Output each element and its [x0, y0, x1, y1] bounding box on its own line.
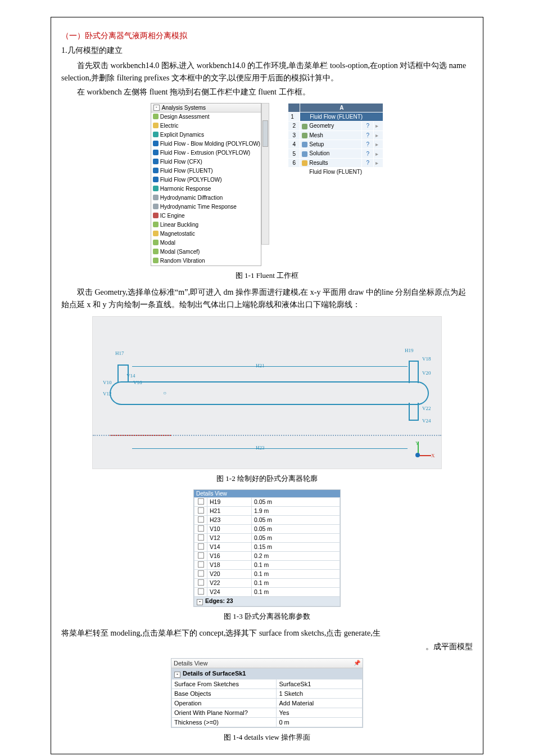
- details2-row[interactable]: Thickness (>=0)0 m: [172, 717, 363, 727]
- y-axis-icon: Y: [415, 440, 419, 446]
- toolbox-item[interactable]: IC Engine: [151, 212, 261, 220]
- details-row[interactable]: H230.05 m: [194, 515, 340, 524]
- details-header: Details View: [194, 490, 340, 497]
- figure-1-1: - Analysis Systems Design AssessmentElec…: [61, 103, 473, 266]
- schematic-row[interactable]: 2Geometry?▸: [288, 122, 383, 130]
- scroll-thumb[interactable]: [263, 120, 268, 147]
- toolbox-item[interactable]: Explicit Dynamics: [151, 130, 261, 140]
- schematic-row[interactable]: 4Setup?▸: [288, 140, 383, 148]
- checkbox-icon[interactable]: [198, 534, 204, 541]
- details-row[interactable]: V180.1 m: [194, 560, 340, 569]
- details2-row[interactable]: Orient With Plane Normal?Yes: [172, 708, 363, 717]
- dim-h23: H23: [256, 445, 265, 451]
- checkbox-icon[interactable]: [198, 579, 204, 586]
- toolbox-item[interactable]: Fluid Flow - Extrusion (POLYFLOW): [151, 148, 261, 158]
- pin-icon[interactable]: 📌: [354, 660, 360, 666]
- figure-1-4: 📌 Details View -Details of SurfaceSk1 Su…: [61, 658, 473, 728]
- app-icon: [153, 141, 159, 146]
- app-icon: [153, 186, 159, 191]
- paragraph-4a: 将菜单栏转至 modeling,点击菜单栏下的 concept,选择其下 sur…: [61, 627, 473, 640]
- schematic-row[interactable]: 5Solution?▸: [288, 149, 383, 158]
- checkbox-icon[interactable]: [198, 516, 204, 523]
- dim-v12: V12: [103, 391, 112, 397]
- details-row[interactable]: V100.05 m: [194, 524, 340, 533]
- toolbox-header[interactable]: - Analysis Systems: [151, 104, 261, 112]
- schematic-col: A: [300, 104, 383, 112]
- figure-1-2: ○ H17 V10 V12 V14 V16 H21 H23 V18 V20 V2…: [61, 316, 473, 469]
- toolbox-item[interactable]: Fluid Flow (FLUENT): [151, 166, 261, 176]
- toolbox-item[interactable]: Linear Buckling: [151, 220, 261, 230]
- details-row[interactable]: H190.05 m: [194, 497, 340, 506]
- dim-v24: V24: [422, 418, 431, 424]
- toolbox-item[interactable]: Design Assessment: [151, 112, 261, 122]
- checkbox-icon[interactable]: [198, 561, 204, 568]
- toolbox-item[interactable]: Hydrodynamic Diffraction: [151, 194, 261, 202]
- details-group[interactable]: Edges: 23: [205, 597, 233, 604]
- collapse-icon[interactable]: -: [153, 105, 160, 111]
- schematic-table: A 1Fluid Flow (FLUENT) 2Geometry?▸3Mesh?…: [288, 103, 383, 168]
- section-title: （一）卧式分离器气液两相分离模拟: [61, 30, 473, 42]
- checkbox-icon[interactable]: [198, 588, 204, 595]
- app-icon: [153, 132, 159, 137]
- dim-h17: H17: [115, 350, 124, 356]
- app-icon: [153, 159, 159, 164]
- checkbox-icon[interactable]: [198, 507, 204, 514]
- details-row[interactable]: V160.2 m: [194, 551, 340, 560]
- details2-row[interactable]: Surface From SketchesSurfaceSk1: [172, 679, 363, 688]
- details-row[interactable]: V140.15 m: [194, 542, 340, 551]
- toolbox-header-label: Analysis Systems: [162, 105, 206, 111]
- dim-v20: V20: [422, 370, 431, 376]
- toolbox-item[interactable]: Fluid Flow (POLYFLOW): [151, 176, 261, 184]
- checkbox-icon[interactable]: [198, 498, 204, 505]
- checkbox-icon[interactable]: [198, 543, 204, 550]
- schematic-row[interactable]: 6Results?▸: [288, 159, 383, 167]
- coord-triad: Y X: [414, 442, 438, 465]
- toolbox-item[interactable]: Fluid Flow - Blow Molding (POLYFLOW): [151, 140, 261, 148]
- app-icon: [153, 231, 159, 236]
- dim-v10: V10: [103, 380, 112, 385]
- dim-v22: V22: [422, 406, 431, 411]
- toolbox-panel: - Analysis Systems Design AssessmentElec…: [151, 103, 261, 266]
- app-icon: [153, 204, 159, 209]
- details2-row[interactable]: OperationAdd Material: [172, 698, 363, 708]
- scrollbar[interactable]: [261, 103, 269, 245]
- details-view-1: Details View H190.05 mH211.9 mH230.05 mV…: [193, 489, 341, 607]
- details2-row[interactable]: Base Objects1 Sketch: [172, 688, 363, 698]
- app-icon: [153, 114, 159, 119]
- app-icon: [153, 168, 159, 173]
- schematic-title: Fluid Flow (FLUENT): [310, 114, 363, 120]
- toolbox-item[interactable]: Magnetostatic: [151, 230, 261, 238]
- checkbox-icon[interactable]: [198, 570, 204, 577]
- toolbox-item[interactable]: Modal: [151, 238, 261, 248]
- app-icon: [153, 240, 159, 245]
- toolbox-item[interactable]: Electric: [151, 122, 261, 130]
- details2-header: Details View: [171, 659, 363, 668]
- details-row[interactable]: V220.1 m: [194, 578, 340, 587]
- app-icon: [153, 213, 159, 218]
- details-row[interactable]: V120.05 m: [194, 533, 340, 542]
- paragraph-4b: 。成平面模型: [61, 641, 473, 653]
- caption-1-1: 图 1-1 Fluent 工作框: [61, 271, 473, 281]
- checkbox-icon[interactable]: [198, 525, 204, 532]
- schematic-footer: Fluid Flow (FLUENT): [288, 168, 383, 176]
- caption-1-2: 图 1-2 绘制好的卧式分离器轮廓: [61, 474, 473, 484]
- app-icon: [153, 123, 159, 128]
- toolbox-item[interactable]: Fluid Flow (CFX): [151, 158, 261, 166]
- details-row[interactable]: V200.1 m: [194, 569, 340, 578]
- dim-v14: V14: [126, 373, 135, 379]
- toolbox-item[interactable]: Modal (Samcef): [151, 248, 261, 256]
- checkbox-icon[interactable]: [198, 552, 204, 559]
- schematic-row[interactable]: 3Mesh?▸: [288, 131, 383, 140]
- app-icon: [153, 222, 159, 227]
- details-row[interactable]: V240.1 m: [194, 587, 340, 596]
- toolbox-item[interactable]: Harmonic Response: [151, 184, 261, 194]
- app-icon: [153, 249, 159, 254]
- details-row[interactable]: H211.9 m: [194, 506, 340, 515]
- details2-group[interactable]: Details of SurfaceSk1: [183, 670, 246, 677]
- dim-h21: H21: [256, 363, 265, 368]
- app-icon: [153, 258, 159, 263]
- content-frame: （一）卧式分离器气液两相分离模拟 1.几何模型的建立 首先双击 workbenc…: [51, 17, 483, 754]
- toolbox-item[interactable]: Random Vibration: [151, 256, 261, 266]
- caption-1-3: 图 1-3 卧式分离器轮廓参数: [61, 611, 473, 622]
- toolbox-item[interactable]: Hydrodynamic Time Response: [151, 202, 261, 212]
